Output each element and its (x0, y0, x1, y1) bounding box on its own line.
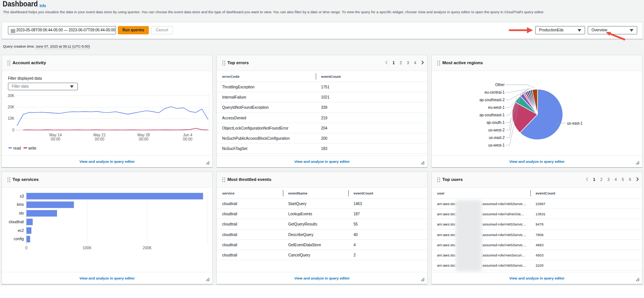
svg-text:10K: 10K (8, 116, 14, 120)
svg-text:30K: 30K (8, 94, 14, 98)
svg-text:write: write (28, 146, 37, 150)
svg-text:200K: 200K (143, 246, 152, 250)
svg-text:read: read (13, 146, 21, 150)
svg-text:100K: 100K (83, 246, 92, 250)
svg-text:s3: s3 (20, 194, 24, 198)
svg-text:ap-south-1: ap-south-1 (486, 120, 505, 125)
svg-text:us-east-1: us-east-1 (567, 121, 583, 125)
svg-text:kms: kms (17, 202, 24, 207)
svg-text:cloudtrail: cloudtrail (9, 220, 24, 224)
svg-text:ec2: ec2 (18, 229, 24, 233)
svg-text:us-west-2: us-west-2 (488, 128, 505, 132)
svg-text:us-east-2: us-east-2 (489, 136, 505, 140)
svg-text:eu-central-1: eu-central-1 (485, 90, 505, 94)
svg-text:00:00: 00:00 (183, 137, 192, 141)
svg-text:20K: 20K (8, 105, 14, 109)
svg-text:sts: sts (19, 211, 24, 215)
svg-text:May 14: May 14 (49, 133, 62, 137)
svg-text:config: config (14, 237, 24, 241)
svg-text:0: 0 (12, 128, 14, 132)
svg-text:ap-southeast-1: ap-southeast-1 (479, 113, 505, 117)
svg-text:May 21: May 21 (93, 133, 106, 137)
svg-text:eu-west-1: eu-west-1 (488, 105, 505, 110)
svg-text:00:00: 00:00 (95, 137, 104, 141)
svg-text:00:00: 00:00 (51, 137, 60, 141)
svg-text:Jun 4: Jun 4 (183, 133, 193, 137)
svg-text:us-west-1: us-west-1 (488, 143, 505, 147)
svg-text:0: 0 (25, 246, 28, 250)
svg-text:Other: Other (495, 83, 505, 87)
svg-text:ap-southeast-2: ap-southeast-2 (479, 98, 505, 102)
svg-text:00:00: 00:00 (139, 137, 148, 141)
svg-text:May 28: May 28 (137, 133, 150, 137)
